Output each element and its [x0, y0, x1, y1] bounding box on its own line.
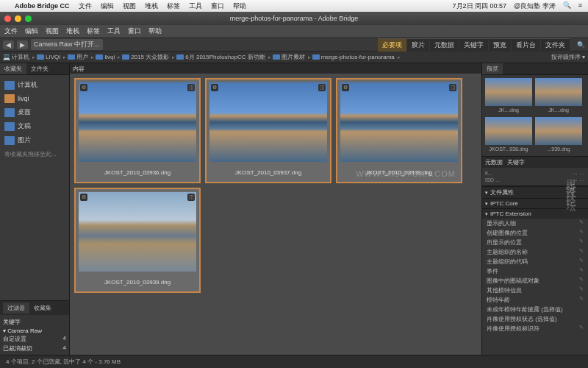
- iptc-field[interactable]: 模特年龄✎: [482, 295, 588, 305]
- tab-metadata-panel[interactable]: 元数据: [485, 158, 503, 166]
- menu-help[interactable]: 帮助: [148, 26, 162, 36]
- menu-file[interactable]: 文件: [4, 26, 18, 36]
- meta-dash: -- --: [573, 177, 585, 183]
- edit-icon: ✎: [579, 248, 584, 256]
- fav-desktop[interactable]: 桌面: [3, 105, 66, 119]
- menu-icon[interactable]: ≡: [578, 1, 582, 11]
- thumbnail-item[interactable]: ⚙◫ JKOST_2010_03939.dng: [74, 188, 201, 293]
- preview-thumb[interactable]: JK....dng: [485, 78, 532, 114]
- mac-menu-view[interactable]: 视图: [123, 1, 136, 11]
- tab-metadata[interactable]: 元数据: [430, 38, 459, 52]
- menu-edit[interactable]: 编辑: [25, 26, 38, 36]
- edit-icon: ✎: [579, 229, 584, 237]
- crumb-4[interactable]: 2015 大众摄影: [122, 53, 175, 61]
- favorites-list: 计算机 livqi 桌面 文稿 图片 将收藏夹拖移至此...: [0, 75, 69, 300]
- iptc-field[interactable]: 事件✎: [482, 266, 588, 276]
- favorites-hint: 将收藏夹拖移至此...: [3, 147, 66, 161]
- camera-raw-button[interactable]: Camera Raw 中打开...: [31, 39, 103, 50]
- section-iptc-ext[interactable]: IPTC Extension: [482, 208, 588, 219]
- main-area: 收藏夹 文件夹 计算机 livqi 桌面 文稿 图片 将收藏夹拖移至此... 过…: [0, 63, 588, 355]
- window-controls: [4, 15, 32, 22]
- menu-label[interactable]: 标签: [87, 26, 100, 36]
- tab-preview-panel[interactable]: 预览: [482, 63, 503, 74]
- crumb-current[interactable]: merge-photos-for-panorama: [312, 54, 401, 60]
- thumbnail-item[interactable]: ⚙◫ JKOST_2010_03937.dng: [205, 78, 331, 183]
- crumb-users[interactable]: 用户: [68, 53, 94, 61]
- computer-icon: [4, 81, 15, 90]
- section-file-props[interactable]: 文件属性: [482, 186, 588, 198]
- filter-row-custom[interactable]: 自定设置4: [3, 334, 66, 344]
- menu-tools[interactable]: 工具: [107, 26, 121, 36]
- menu-window[interactable]: 窗口: [128, 26, 141, 36]
- breadcrumb: 💻 计算机 LIVQI 用户 livqi 2015 大众摄影 6月 2015Ph…: [0, 52, 588, 63]
- iptc-field[interactable]: 显示的人物✎: [482, 219, 588, 228]
- fav-home[interactable]: livqi: [3, 92, 66, 105]
- mac-menu-edit[interactable]: 编辑: [101, 1, 114, 11]
- fav-computer[interactable]: 计算机: [3, 78, 66, 92]
- window-title: merge-photos-for-panorama - Adobe Bridge: [230, 15, 359, 22]
- fav-documents[interactable]: 文稿: [3, 119, 66, 133]
- menu-stack[interactable]: 堆栈: [66, 26, 79, 36]
- tab-lighttable[interactable]: 看片台: [512, 38, 540, 52]
- menu-view[interactable]: 视图: [46, 26, 59, 36]
- tab-folders-side[interactable]: 文件夹: [26, 63, 53, 74]
- iptc-field[interactable]: 所显示的位置✎: [482, 238, 588, 247]
- iptc-field[interactable]: 图像中的图稿或对象✎: [482, 276, 588, 286]
- preview-thumb[interactable]: ...939.dng: [535, 117, 582, 153]
- tab-favorites[interactable]: 收藏夹: [0, 63, 26, 74]
- tab-film[interactable]: 胶片: [407, 38, 429, 52]
- iptc-field[interactable]: 其他模特信息✎: [482, 286, 588, 295]
- tab-folders[interactable]: 文件夹: [541, 38, 570, 52]
- app-menubar: 文件 编辑 视图 堆栈 标签 工具 窗口 帮助: [0, 25, 588, 38]
- iptc-field[interactable]: 肖像使用授权标识符✎: [482, 324, 588, 333]
- tab-collections[interactable]: 收藏集: [29, 302, 56, 314]
- minimize-icon[interactable]: [15, 15, 21, 22]
- status-text: 4 个项目, 2 个已隐藏, 选中了 4 个 - 3.76 MB: [6, 358, 121, 366]
- tab-keywords-panel[interactable]: 关键字: [507, 158, 525, 166]
- mac-menu-stack[interactable]: 堆栈: [145, 1, 158, 11]
- right-sidebar: 预览 JK....dng JK....dng JKOST...938.dng .…: [481, 63, 588, 355]
- crop-badge-icon: ◫: [187, 194, 195, 201]
- crumb-6[interactable]: 图片素材: [273, 53, 311, 61]
- section-iptc-core[interactable]: IPTC Core: [482, 198, 588, 208]
- mac-menu-help[interactable]: 帮助: [233, 1, 246, 11]
- app-name[interactable]: Adobe Bridge CC: [15, 2, 70, 10]
- tab-preview[interactable]: 预览: [489, 38, 511, 52]
- filter-keywords-head[interactable]: 关键字: [3, 316, 66, 328]
- fwd-button[interactable]: ▶: [17, 40, 28, 49]
- workspace-tabs: 必要项 胶片 元数据 关键字 预览 看片台 文件夹: [378, 38, 570, 52]
- thumbnail-item[interactable]: ⚙◫ JKOST_2010_03938.dng: [336, 78, 462, 183]
- tab-essentials[interactable]: 必要项: [378, 38, 406, 52]
- iptc-field[interactable]: 主题组织的名称✎: [482, 247, 588, 257]
- content-tab[interactable]: 内容: [73, 65, 85, 73]
- close-icon[interactable]: [4, 15, 11, 22]
- search-icon[interactable]: 🔍: [563, 1, 571, 11]
- iptc-field[interactable]: 创建图像的位置✎: [482, 228, 588, 238]
- mac-menu-window[interactable]: 窗口: [211, 1, 224, 11]
- zoom-icon[interactable]: [25, 15, 32, 22]
- fav-pictures[interactable]: 图片: [3, 133, 66, 147]
- crumb-drive[interactable]: LIVQI: [37, 54, 66, 60]
- sort-dropdown[interactable]: 按评级排序 ▾: [551, 53, 585, 61]
- crumb-computer[interactable]: 💻 计算机: [3, 53, 35, 61]
- preview-image: [485, 117, 532, 145]
- tab-filter[interactable]: 过滤器: [3, 302, 29, 314]
- preview-thumb[interactable]: JKOST...938.dng: [485, 117, 532, 153]
- crumb-home[interactable]: livqi: [96, 54, 121, 60]
- iptc-field[interactable]: 主题组织的代码✎: [482, 257, 588, 266]
- mac-menu-file[interactable]: 文件: [79, 1, 92, 11]
- crumb-5[interactable]: 6月 2015PhotoshopCC 新功能: [176, 53, 271, 61]
- mac-user[interactable]: @良知塾 李涛: [514, 1, 556, 11]
- search-icon[interactable]: 🔍: [577, 41, 585, 49]
- iptc-field[interactable]: 肖像使用授权状态 (选择值): [482, 314, 588, 324]
- back-button[interactable]: ◀: [3, 40, 14, 49]
- filter-cameraraw-head[interactable]: ▾ Camera Raw: [3, 328, 66, 334]
- preview-thumb[interactable]: JK....dng: [535, 78, 582, 114]
- preview-image: [485, 78, 532, 106]
- filter-row-crop[interactable]: 已裁消裁切4: [3, 344, 66, 353]
- mac-menu-label[interactable]: 标签: [167, 1, 180, 11]
- thumbnail-item[interactable]: ⚙◫ JKOST_2010_03936.dng: [74, 78, 201, 183]
- mac-menu-tools[interactable]: 工具: [189, 1, 202, 11]
- iptc-field[interactable]: 未成年模特年龄披露 (选择值): [482, 305, 588, 314]
- tab-keywords[interactable]: 关键字: [459, 38, 488, 52]
